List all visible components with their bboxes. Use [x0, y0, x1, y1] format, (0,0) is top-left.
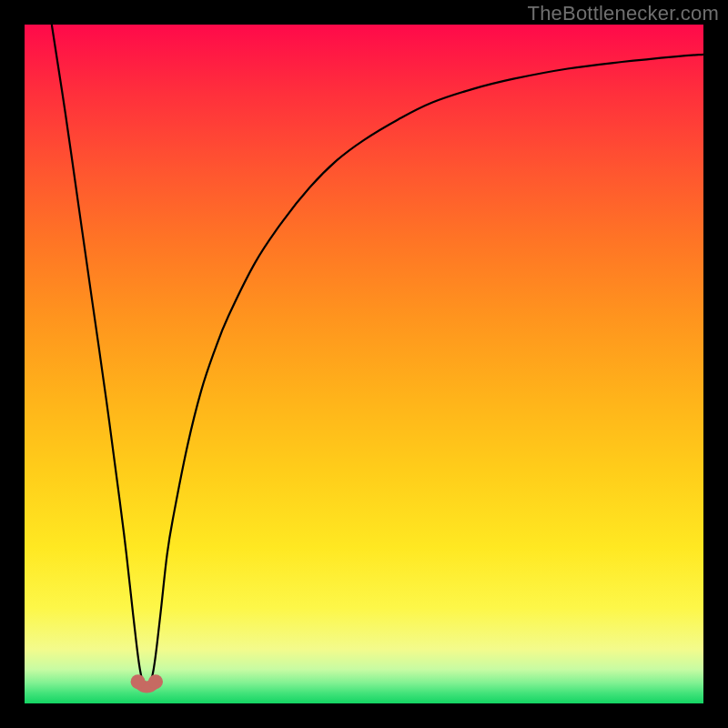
- curve-layer: [25, 25, 703, 703]
- attribution-label: TheBottlenecker.com: [528, 2, 719, 25]
- bottleneck-curve: [52, 25, 703, 690]
- optimum-marker-right: [148, 674, 163, 689]
- chart-frame: TheBottlenecker.com: [0, 0, 728, 728]
- optimum-marker-left: [131, 674, 146, 689]
- plot-area: [25, 25, 703, 703]
